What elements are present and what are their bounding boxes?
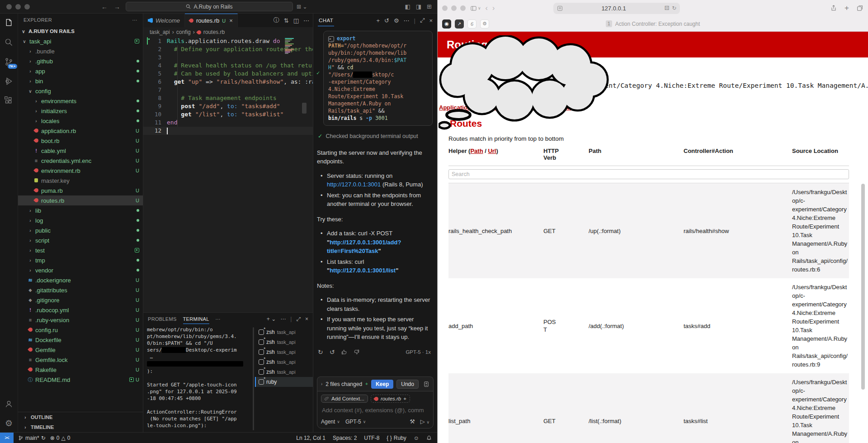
editor-scrollbar[interactable] bbox=[302, 103, 307, 114]
tree-item-README.md[interactable]: ⓘREADME.mdU bbox=[18, 375, 143, 385]
keep-button[interactable]: Keep bbox=[371, 380, 393, 389]
undo-button[interactable]: Undo bbox=[396, 380, 419, 389]
breadcrumb-item[interactable]: config bbox=[176, 29, 191, 35]
path-link[interactable]: Path bbox=[470, 148, 483, 154]
code-editor[interactable]: 1Rails.application.routes.draw do2 # Def… bbox=[143, 37, 313, 312]
tree-item-lib[interactable]: ›lib bbox=[18, 205, 143, 215]
account-icon[interactable] bbox=[3, 397, 15, 410]
sidebar-toggle-icon[interactable]: ∨ bbox=[470, 5, 481, 12]
settings-gear-icon[interactable]: ⚙ bbox=[3, 417, 15, 429]
tree-item-.dockerignore[interactable]: ≋.dockerignoreU bbox=[18, 275, 143, 285]
chat-link[interactable]: http://127.0.0.1:3001/add?title=First%20… bbox=[327, 239, 401, 255]
tree-item-Dockerfile[interactable]: ≋DockerfileU bbox=[18, 335, 143, 345]
code-line-9[interactable]: 9 post "/add", to: "tasks#add" bbox=[143, 102, 313, 110]
tree-item-app[interactable]: ›app bbox=[18, 66, 143, 76]
framework-trace-link[interactable]: Framework Trace bbox=[493, 104, 541, 111]
review-changes-icon[interactable] bbox=[423, 381, 429, 387]
window-controls[interactable] bbox=[6, 4, 101, 10]
tools-icon[interactable]: ⚒ bbox=[410, 418, 415, 425]
tree-item-.rubocop.yml[interactable]: !.rubocop.ymlU bbox=[18, 305, 143, 315]
address-bar[interactable]: 127.0.0.1 ⚄ ↻ bbox=[553, 3, 680, 14]
full-trace-link[interactable]: Full Trace bbox=[546, 104, 574, 111]
terminal-session-zsh[interactable]: zshtask_api bbox=[255, 337, 313, 347]
zoom-window-icon[interactable] bbox=[460, 5, 466, 11]
breadcrumb-item[interactable]: routes.rb bbox=[203, 29, 225, 35]
split-editor-icon[interactable]: ⊞ ⌄ bbox=[297, 4, 307, 10]
encoding[interactable]: UTF-8 bbox=[364, 435, 379, 441]
tree-item-environment.rb[interactable]: environment.rbU bbox=[18, 166, 143, 176]
minimize-window-icon[interactable] bbox=[15, 4, 21, 10]
files-changed-bar[interactable]: › 2 files changed + Keep Undo bbox=[317, 376, 434, 391]
search-icon[interactable] bbox=[3, 36, 15, 48]
terminal-more-actions-icon[interactable]: ⋯ bbox=[280, 316, 286, 322]
cursor-position[interactable]: Ln 12, Col 1 bbox=[296, 435, 326, 441]
chat-messages[interactable]: ✓ >_exportPATH="/opt/homebrew/opt/ruby/b… bbox=[313, 27, 437, 373]
breadcrumb[interactable]: task_api› config› routes.rb bbox=[143, 27, 313, 37]
code-line-12[interactable]: 12 bbox=[143, 127, 313, 135]
more-actions-icon[interactable]: ⋯ bbox=[303, 17, 309, 24]
tree-item-cable.yml[interactable]: !cable.ymlU bbox=[18, 146, 143, 156]
favicon-gear[interactable]: ⚙ bbox=[480, 19, 489, 29]
tree-item-.github[interactable]: ›.github bbox=[18, 56, 143, 66]
notifications-bell-icon[interactable] bbox=[426, 435, 432, 441]
maximize-panel-icon[interactable]: ⤢ bbox=[296, 316, 301, 322]
info-icon[interactable]: ⓘ bbox=[274, 16, 279, 24]
agent-mode-dropdown[interactable]: Agent∨ bbox=[321, 419, 340, 425]
toggle-secondary-sidebar-icon[interactable]: ◨ bbox=[416, 3, 421, 10]
explorer-icon[interactable] bbox=[3, 16, 15, 29]
tree-item-.gitignore[interactable]: ◆.gitignoreU bbox=[18, 295, 143, 305]
page-scrollbar[interactable] bbox=[861, 184, 865, 390]
favicon-github[interactable]: ◉ bbox=[442, 19, 451, 29]
tab-problems[interactable]: PROBLEMS bbox=[148, 314, 177, 324]
code-line-7[interactable]: 7 bbox=[143, 86, 313, 94]
code-line-11[interactable]: 11end bbox=[143, 119, 313, 127]
expand-chat-icon[interactable]: ⤢ bbox=[420, 17, 425, 24]
feedback-icon[interactable]: ☺ bbox=[414, 435, 419, 441]
terminal-session-ruby[interactable]: ruby bbox=[255, 377, 313, 387]
tree-item-config[interactable]: ∨config bbox=[18, 86, 143, 96]
close-window-icon[interactable] bbox=[442, 5, 448, 11]
thumbs-up-icon[interactable] bbox=[341, 349, 347, 355]
terminal-scrollbar[interactable] bbox=[253, 327, 254, 430]
new-terminal-icon[interactable]: + ⌄ bbox=[267, 316, 276, 322]
favicon-export[interactable]: ↗ bbox=[455, 19, 464, 29]
share-icon[interactable] bbox=[830, 5, 837, 12]
tab-routes-rb[interactable]: routes.rb U × bbox=[185, 14, 238, 27]
tree-item-.gitattributes[interactable]: ◆.gitattributesU bbox=[18, 285, 143, 295]
send-icon[interactable]: ▷ ∨ bbox=[420, 418, 429, 425]
tree-item-vendor[interactable]: ›vendor bbox=[18, 265, 143, 275]
reload-icon[interactable]: ↻ bbox=[672, 5, 676, 11]
tab-terminal[interactable]: TERMINAL bbox=[183, 314, 209, 324]
minimize-window-icon[interactable] bbox=[451, 5, 457, 11]
tree-item-script[interactable]: ›script bbox=[18, 235, 143, 245]
terminal-session-zsh[interactable]: zshtask_api bbox=[255, 357, 313, 367]
chat-more-icon[interactable]: ⋯ bbox=[404, 17, 410, 24]
browser-window-controls[interactable] bbox=[442, 5, 466, 11]
chat-settings-icon[interactable]: ⚙ bbox=[394, 17, 399, 24]
routes-search-input[interactable] bbox=[448, 169, 849, 179]
remote-indicator[interactable]: >< bbox=[0, 433, 14, 443]
regenerate-icon[interactable]: ↻ bbox=[318, 348, 323, 357]
chat-link[interactable]: http://127.0.0.1:3001 bbox=[327, 181, 381, 188]
code-line-5[interactable]: 5 # Can be used by load balancers and up… bbox=[143, 70, 313, 78]
add-context-chip[interactable]: Add Context... bbox=[321, 395, 368, 403]
nav-back-icon[interactable]: ← bbox=[101, 3, 108, 10]
tree-item-application.rb[interactable]: application.rbU bbox=[18, 126, 143, 136]
code-line-8[interactable]: 8 # Task management endpoints bbox=[143, 94, 313, 102]
close-tab-icon[interactable]: × bbox=[229, 17, 233, 24]
translate-icon[interactable]: ⚄ bbox=[665, 5, 669, 11]
close-panel-icon[interactable]: × bbox=[305, 316, 308, 322]
chat-input-placeholder[interactable]: Add context (#), extensions (@), comm bbox=[322, 407, 429, 414]
minimap[interactable] bbox=[285, 38, 297, 54]
browser-back-icon[interactable]: ‹ bbox=[486, 4, 488, 12]
toggle-panel-icon[interactable]: ◧ bbox=[405, 3, 410, 10]
tree-item-initializers[interactable]: ›initializers bbox=[18, 106, 143, 116]
tree-item-tmp[interactable]: ›tmp bbox=[18, 255, 143, 265]
tree-item-Gemfile[interactable]: GemfileU bbox=[18, 345, 143, 355]
code-line-4[interactable]: 4 # Reveal health status on /up that ret… bbox=[143, 62, 313, 70]
close-chat-icon[interactable]: × bbox=[429, 17, 433, 24]
application-trace-link[interactable]: Application Trace bbox=[439, 104, 488, 111]
tree-item-public[interactable]: ›public bbox=[18, 225, 143, 235]
tree-item-credentials.yml.enc[interactable]: ≡credentials.yml.encU bbox=[18, 156, 143, 166]
chat-tab[interactable]: CHAT bbox=[318, 15, 334, 26]
